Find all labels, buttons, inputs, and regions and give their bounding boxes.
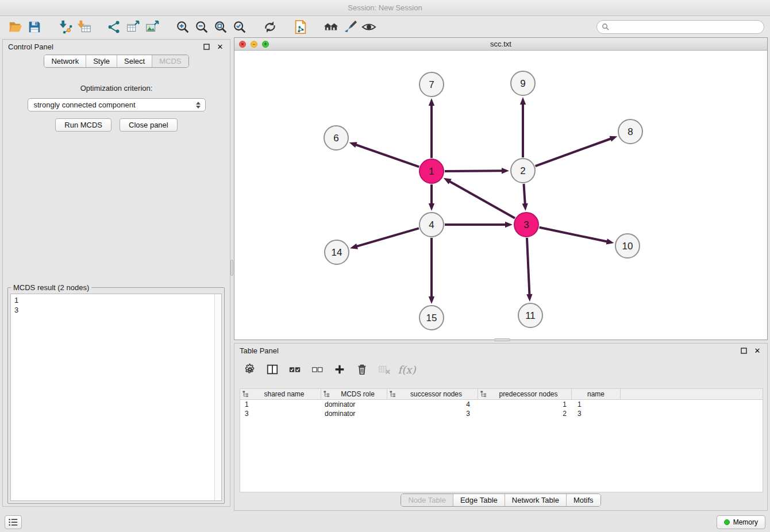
graph-edge-1-7[interactable] xyxy=(429,98,434,158)
zoom-in-icon[interactable] xyxy=(173,18,192,36)
export-image-icon[interactable] xyxy=(143,18,161,36)
graph-edge-4-15[interactable] xyxy=(429,238,434,304)
graph-edge-2-3[interactable] xyxy=(522,184,528,211)
zoom-selected-icon[interactable] xyxy=(230,18,249,36)
tab-mcds[interactable]: MCDS xyxy=(152,55,188,67)
graph-node-11[interactable]: 11 xyxy=(518,303,542,327)
column-header-name[interactable]: name xyxy=(572,389,621,399)
float-table-panel-icon[interactable] xyxy=(739,346,748,355)
delete-table-icon[interactable] xyxy=(377,362,392,377)
graph-node-4[interactable]: 4 xyxy=(419,213,444,237)
cell-predecessor-nodes[interactable]: 2 xyxy=(478,410,572,418)
float-panel-icon[interactable] xyxy=(202,42,211,51)
function-builder-icon[interactable]: f(x) xyxy=(399,362,414,377)
memory-button[interactable]: Memory xyxy=(717,515,765,529)
graph-edge-3-11[interactable] xyxy=(526,238,532,302)
search-input[interactable] xyxy=(612,22,759,31)
graph-node-9[interactable]: 9 xyxy=(511,71,535,95)
cell-successor-nodes[interactable]: 3 xyxy=(387,410,478,418)
export-table-icon[interactable] xyxy=(124,18,143,36)
network-graph[interactable]: 7968124314101511 xyxy=(234,51,767,340)
optimization-criterion-select[interactable]: strongly connected component xyxy=(28,98,206,111)
graph-edge-3-1[interactable] xyxy=(444,178,515,218)
eye-icon[interactable] xyxy=(359,18,378,36)
tab-network[interactable]: Network xyxy=(44,55,86,67)
memory-status-dot xyxy=(724,519,730,525)
table-settings-gear-icon[interactable] xyxy=(242,362,257,377)
tab-node-table[interactable]: Node Table xyxy=(401,494,453,506)
cell-mcds-role[interactable]: dominator xyxy=(321,410,387,418)
column-header-mcds-role[interactable]: MCDS role xyxy=(321,389,387,399)
tab-motifs[interactable]: Motifs xyxy=(567,494,600,506)
open-session-icon[interactable] xyxy=(6,18,25,36)
column-header-shared-name[interactable]: shared name xyxy=(240,389,321,399)
graph-edge-4-3[interactable] xyxy=(445,222,513,228)
search-icon xyxy=(602,23,609,30)
minimize-window-icon[interactable]: − xyxy=(251,41,257,48)
graph-edge-3-10[interactable] xyxy=(540,228,614,245)
graph-edge-1-2[interactable] xyxy=(445,168,509,174)
cell-shared-name[interactable]: 1 xyxy=(240,400,321,408)
save-session-icon[interactable] xyxy=(25,18,44,36)
maximize-window-icon[interactable]: + xyxy=(262,41,269,48)
run-mcds-button[interactable]: Run MCDS xyxy=(55,118,111,132)
graph-node-8[interactable]: 8 xyxy=(618,119,642,144)
graph-edge-4-14[interactable] xyxy=(350,228,419,249)
close-window-icon[interactable]: × xyxy=(239,41,246,48)
svg-text:10: 10 xyxy=(622,241,633,252)
graph-node-14[interactable]: 14 xyxy=(325,240,349,264)
result-scrollbar[interactable] xyxy=(214,294,221,500)
memory-label: Memory xyxy=(733,518,758,526)
deselect-all-icon[interactable] xyxy=(310,362,325,377)
graph-node-2[interactable]: 2 xyxy=(511,159,535,183)
network-canvas[interactable]: 7968124314101511 xyxy=(234,51,767,340)
refresh-icon[interactable] xyxy=(260,18,279,36)
list-icon xyxy=(8,518,18,527)
tab-style[interactable]: Style xyxy=(86,55,117,67)
graph-edge-1-6[interactable] xyxy=(349,142,419,167)
column-header-predecessor-nodes[interactable]: predecessor nodes xyxy=(478,389,572,399)
column-header-successor-nodes[interactable]: successor nodes xyxy=(387,389,478,399)
delete-column-icon[interactable] xyxy=(355,362,369,377)
network-document-icon[interactable] xyxy=(291,18,310,36)
cell-name[interactable]: 3 xyxy=(572,410,621,418)
cell-successor-nodes[interactable]: 4 xyxy=(387,400,478,408)
import-table-icon[interactable] xyxy=(74,18,93,36)
graph-node-15[interactable]: 15 xyxy=(419,306,444,330)
graph-node-6[interactable]: 6 xyxy=(324,126,348,150)
add-column-icon[interactable] xyxy=(332,362,347,377)
split-column-icon[interactable] xyxy=(265,362,280,377)
vertical-splitter-grip[interactable] xyxy=(230,260,233,276)
select-all-icon[interactable] xyxy=(287,362,302,377)
close-panel-button[interactable]: Close panel xyxy=(120,118,178,132)
import-network-icon[interactable] xyxy=(55,18,74,36)
svg-text:1: 1 xyxy=(429,166,434,177)
graph-node-3[interactable]: 3 xyxy=(514,213,538,237)
graph-node-1[interactable]: 1 xyxy=(419,159,444,183)
cell-name[interactable]: 1 xyxy=(572,400,621,408)
zoom-out-icon[interactable] xyxy=(192,18,211,36)
graph-edge-2-8[interactable] xyxy=(536,136,618,166)
table-panel: Table Panel ✕ f(x) xyxy=(234,343,768,511)
close-panel-icon[interactable]: ✕ xyxy=(215,42,225,51)
tab-select[interactable]: Select xyxy=(117,55,152,67)
horizontal-splitter-grip[interactable] xyxy=(494,338,510,341)
tab-edge-table[interactable]: Edge Table xyxy=(453,494,505,506)
tab-network-table[interactable]: Network Table xyxy=(505,494,567,506)
graph-edge-2-9[interactable] xyxy=(520,97,526,157)
style-brush-icon[interactable] xyxy=(340,18,359,36)
home-networks-icon[interactable] xyxy=(321,18,340,36)
cell-mcds-role[interactable]: dominator xyxy=(321,400,387,408)
task-history-button[interactable] xyxy=(5,515,22,529)
cell-predecessor-nodes[interactable]: 1 xyxy=(478,400,572,408)
graph-node-10[interactable]: 10 xyxy=(615,234,640,258)
table-row[interactable]: 1 dominator 4 1 1 xyxy=(240,400,763,409)
export-network-icon[interactable] xyxy=(105,18,124,36)
search-box[interactable] xyxy=(596,20,764,34)
table-row[interactable]: 3 dominator 3 2 3 xyxy=(240,409,763,418)
close-table-panel-icon[interactable]: ✕ xyxy=(753,346,762,355)
graph-node-7[interactable]: 7 xyxy=(419,72,444,97)
cell-shared-name[interactable]: 3 xyxy=(240,410,321,418)
zoom-fit-icon[interactable] xyxy=(211,18,230,36)
graph-edge-1-4[interactable] xyxy=(429,184,434,211)
